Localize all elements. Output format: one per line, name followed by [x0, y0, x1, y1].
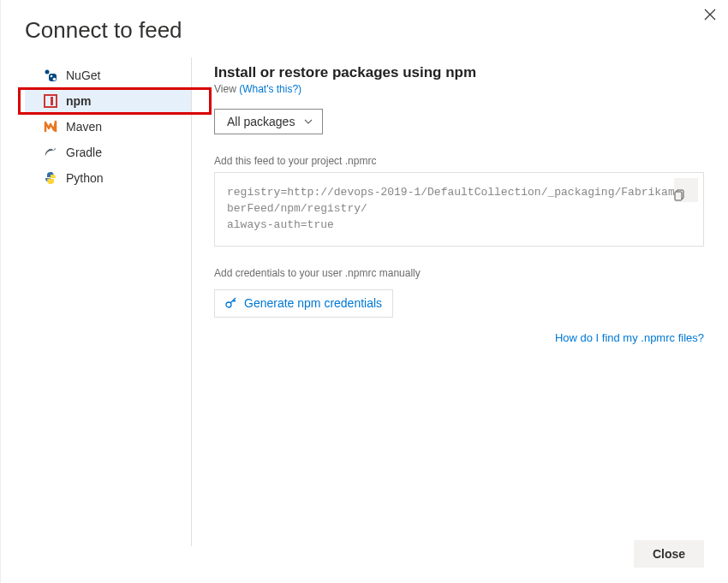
sidebar-item-label: Gradle [66, 146, 102, 159]
generate-label: Generate npm credentials [244, 296, 382, 310]
sidebar: NuGet npm Maven Gradle [25, 57, 192, 546]
generate-credentials-button[interactable]: Generate npm credentials [214, 289, 393, 318]
dropdown-value: All packages [227, 115, 295, 128]
svg-point-2 [51, 75, 53, 78]
dialog-title: Connect to feed [25, 0, 704, 57]
chevron-down-icon [303, 116, 313, 127]
view-row: View (What's this?) [214, 83, 704, 95]
svg-point-3 [53, 78, 57, 81]
svg-rect-8 [675, 192, 682, 200]
npm-icon [44, 94, 57, 108]
sidebar-item-maven[interactable]: Maven [25, 114, 191, 140]
sidebar-item-label: NuGet [66, 68, 100, 82]
svg-point-0 [45, 70, 50, 74]
gradle-icon [44, 146, 57, 159]
sidebar-item-label: npm [66, 94, 92, 108]
key-icon [225, 296, 237, 311]
view-label: View [214, 83, 236, 95]
copy-icon [674, 157, 698, 223]
close-button[interactable]: Close [634, 540, 704, 568]
packages-dropdown[interactable]: All packages [214, 109, 323, 134]
sidebar-item-npm[interactable]: npm [25, 88, 191, 114]
section1-label: Add this feed to your project .npmrc [214, 155, 704, 167]
main-title: Install or restore packages using npm [214, 64, 704, 81]
close-icon[interactable] [704, 9, 716, 21]
sidebar-item-nuget[interactable]: NuGet [25, 62, 191, 88]
copy-button[interactable] [674, 178, 698, 202]
sidebar-item-label: Python [66, 171, 104, 185]
svg-rect-5 [51, 97, 53, 105]
code-text: registry=http://devops-2019-1/DefaultCol… [227, 186, 688, 231]
whats-this-link[interactable]: (What's this?) [239, 83, 301, 95]
nuget-icon [44, 68, 57, 82]
svg-point-6 [53, 149, 55, 151]
sidebar-item-python[interactable]: Python [25, 165, 191, 191]
sidebar-item-gradle[interactable]: Gradle [25, 140, 191, 165]
npmrc-code-block: registry=http://devops-2019-1/DefaultCol… [214, 172, 704, 247]
python-icon [44, 171, 57, 185]
help-link[interactable]: How do I find my .npmrc files? [555, 331, 704, 344]
maven-icon [44, 120, 57, 134]
sidebar-item-label: Maven [66, 120, 102, 134]
section2-label: Add credentials to your user .npmrc manu… [214, 267, 704, 279]
main-content: Install or restore packages using npm Vi… [192, 57, 704, 546]
